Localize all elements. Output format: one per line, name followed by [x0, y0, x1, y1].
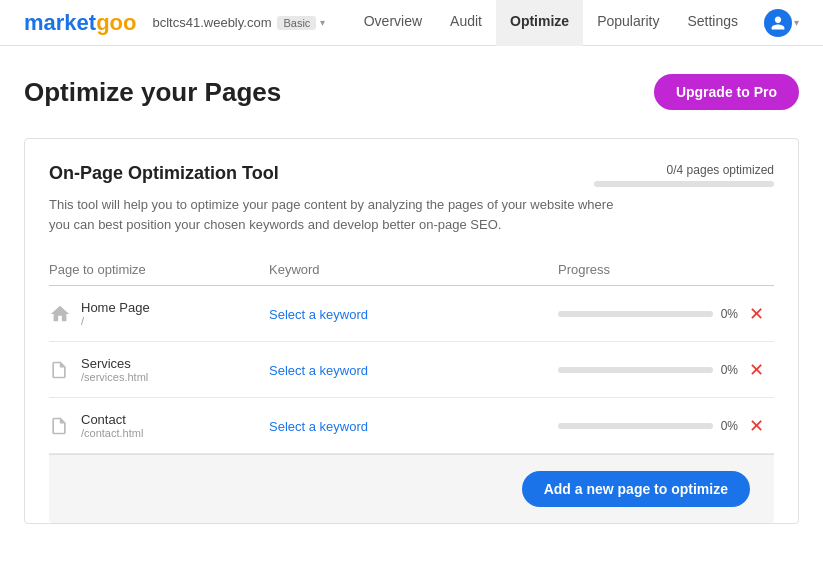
page-url-home: / [81, 315, 150, 327]
nav-overview[interactable]: Overview [350, 0, 436, 46]
pct-services: 0% [721, 363, 738, 377]
doc-icon-contact [49, 415, 71, 437]
page-url-contact: /contact.html [81, 427, 143, 439]
nav-settings[interactable]: Settings [673, 0, 752, 46]
row-progress-outer-services [558, 367, 713, 373]
main-content: Optimize your Pages Upgrade to Pro On-Pa… [0, 46, 823, 561]
header: marketgoo bcltcs41.weebly.com Basic ▾ Ov… [0, 0, 823, 46]
keyword-cell-services: Select a keyword [269, 362, 558, 378]
select-keyword-services[interactable]: Select a keyword [269, 363, 368, 378]
page-name-home: Home Page [81, 300, 150, 315]
table-header: Page to optimize Keyword Progress [49, 254, 774, 286]
col-actions [738, 262, 774, 277]
keyword-cell-home: Select a keyword [269, 306, 558, 322]
page-name-services: Services [81, 356, 148, 371]
select-keyword-contact[interactable]: Select a keyword [269, 419, 368, 434]
plan-caret-icon[interactable]: ▾ [320, 17, 325, 28]
page-name-contact: Contact [81, 412, 143, 427]
delete-home-button[interactable]: ✕ [738, 303, 774, 325]
nav-popularity[interactable]: Popularity [583, 0, 673, 46]
progress-cell-services: 0% [558, 363, 738, 377]
logo-text: marketgoo [24, 10, 136, 36]
doc-icon-services [49, 359, 71, 381]
site-info: bcltcs41.weebly.com Basic ▾ [152, 15, 325, 30]
row-progress-outer-contact [558, 423, 713, 429]
select-keyword-home[interactable]: Select a keyword [269, 307, 368, 322]
col-progress: Progress [558, 262, 738, 277]
nav-audit[interactable]: Audit [436, 0, 496, 46]
table-row: Services /services.html Select a keyword… [49, 342, 774, 398]
nav-optimize[interactable]: Optimize [496, 0, 583, 46]
progress-cell-contact: 0% [558, 419, 738, 433]
add-page-button[interactable]: Add a new page to optimize [522, 471, 750, 507]
col-keyword: Keyword [269, 262, 558, 277]
col-page: Page to optimize [49, 262, 269, 277]
delete-contact-button[interactable]: ✕ [738, 415, 774, 437]
user-avatar[interactable] [764, 9, 792, 37]
pages-progress-info: 0/4 pages optimized [594, 163, 774, 187]
home-icon [49, 303, 71, 325]
progress-cell-home: 0% [558, 307, 738, 321]
tool-description: This tool will help you to optimize your… [49, 195, 629, 234]
row-progress-outer-home [558, 311, 713, 317]
upgrade-button[interactable]: Upgrade to Pro [654, 74, 799, 110]
table-row: Home Page / Select a keyword 0% ✕ [49, 286, 774, 342]
tool-card: On-Page Optimization Tool 0/4 pages opti… [24, 138, 799, 524]
page-cell-contact: Contact /contact.html [49, 412, 269, 439]
page-cell-home: Home Page / [49, 300, 269, 327]
footer-bar: Add a new page to optimize [49, 454, 774, 523]
main-nav: Overview Audit Optimize Popularity Setti… [350, 0, 799, 45]
domain-label: bcltcs41.weebly.com [152, 15, 271, 30]
logo: marketgoo [24, 10, 136, 36]
page-title: Optimize your Pages [24, 77, 281, 108]
keyword-cell-contact: Select a keyword [269, 418, 558, 434]
page-cell-services: Services /services.html [49, 356, 269, 383]
pages-optimized-label: 0/4 pages optimized [594, 163, 774, 177]
pct-contact: 0% [721, 419, 738, 433]
tool-header: On-Page Optimization Tool 0/4 pages opti… [49, 163, 774, 187]
delete-services-button[interactable]: ✕ [738, 359, 774, 381]
pages-progress-bar-outer [594, 181, 774, 187]
user-caret-icon[interactable]: ▾ [794, 17, 799, 28]
pct-home: 0% [721, 307, 738, 321]
page-url-services: /services.html [81, 371, 148, 383]
page-header: Optimize your Pages Upgrade to Pro [24, 74, 799, 110]
tool-title: On-Page Optimization Tool [49, 163, 279, 184]
table-row: Contact /contact.html Select a keyword 0… [49, 398, 774, 454]
plan-badge: Basic [277, 16, 316, 30]
